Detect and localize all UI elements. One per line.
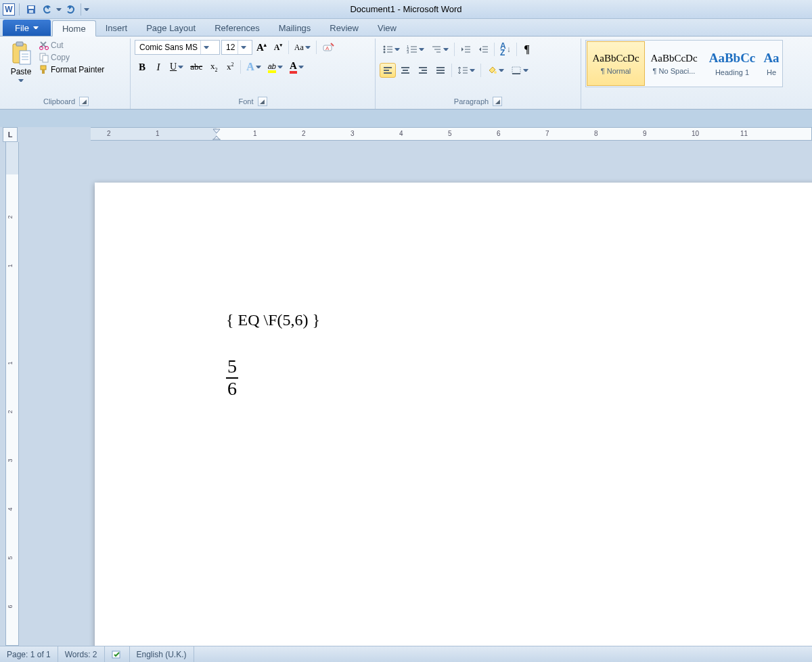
shading-button[interactable] [484,63,507,78]
redo-button[interactable] [63,2,78,17]
borders-button[interactable] [508,63,531,78]
group-styles: AaBbCcDc ¶ Normal AaBbCcDc ¶ No Spaci...… [581,39,810,109]
fraction-result[interactable]: 5 6 [226,356,238,400]
group-clipboard: Paste Cut Copy Format Painter Clipboa [2,39,131,109]
font-name-combo[interactable]: Comic Sans MS [135,40,220,55]
paragraph-launcher[interactable]: ◢ [493,97,502,106]
numbering-button[interactable]: 123 [404,42,427,57]
clear-formatting-button[interactable]: A [319,40,338,55]
tab-file-label: File [15,23,29,33]
paste-icon [10,41,32,66]
save-button[interactable] [24,2,39,17]
text-effects-button[interactable]: A [244,60,264,74]
group-clipboard-label: Clipboard [43,97,75,105]
font-launcher[interactable]: ◢ [258,97,267,106]
show-hide-button[interactable]: ¶ [520,42,535,57]
tab-page-layout[interactable]: Page Layout [137,20,205,36]
horizontal-ruler[interactable]: 2 1 1 2 3 4 5 6 7 8 9 10 11 [91,127,812,141]
line-spacing-button[interactable] [455,63,478,78]
strikethrough-button[interactable]: abc [187,60,205,74]
style-no-spacing[interactable]: AaBbCcDc ¶ No Spaci... [645,41,703,86]
status-proofing[interactable] [105,646,130,662]
align-right-button[interactable] [415,63,431,78]
copy-button[interactable]: Copy [39,52,104,63]
grow-font-button[interactable]: A▴ [254,40,269,55]
superscript-button[interactable]: x2 [223,60,238,74]
align-center-button[interactable] [397,63,413,78]
underline-button[interactable]: U [167,60,186,74]
ribbon: Paste Cut Copy Format Painter Clipboa [0,37,812,110]
page-viewport[interactable]: { EQ \F(5,6) } 5 6 [23,142,812,646]
tab-home[interactable]: Home [52,20,96,37]
justify-button[interactable] [432,63,449,78]
paste-button[interactable]: Paste [6,40,36,85]
document-area: L 2 1 1 2 3 4 5 6 2 1 1 [0,127,812,646]
increase-indent-button[interactable] [475,42,491,57]
tab-selector[interactable]: L [3,127,18,142]
status-language[interactable]: English (U.K.) [130,646,194,662]
multilevel-list-button[interactable] [428,42,451,57]
status-bar: Page: 1 of 1 Words: 2 English (U.K.) [0,646,812,662]
title-bar: W Document1 - Microsoft Word [0,0,812,19]
svg-point-17 [384,46,386,48]
italic-button[interactable]: I [151,60,166,74]
copy-icon [39,52,49,63]
bullets-button[interactable] [380,42,403,57]
svg-point-10 [45,47,49,50]
undo-dropdown[interactable] [56,7,62,12]
align-left-button[interactable] [380,63,396,78]
undo-button[interactable] [40,2,55,17]
font-size-combo[interactable]: 12 [221,40,252,55]
page[interactable]: { EQ \F(5,6) } 5 6 [95,183,812,646]
change-case-button[interactable]: Aa [292,40,313,55]
tab-mailings[interactable]: Mailings [269,20,321,36]
vertical-ruler[interactable]: 2 1 1 2 3 4 5 6 [5,142,19,646]
qat-customize-dropdown[interactable] [84,7,89,12]
format-painter-label: Format Painter [51,65,104,74]
svg-rect-1 [28,6,34,9]
font-color-button[interactable]: A [287,59,307,75]
group-paragraph-label: Paragraph [454,97,489,105]
tab-references[interactable]: References [205,20,269,36]
quick-access-toolbar [24,2,89,17]
app-icon: W [3,3,15,16]
sort-button[interactable]: AZ↓ [497,40,514,59]
svg-point-53 [494,71,497,74]
decrease-indent-button[interactable] [457,42,474,57]
svg-text:3: 3 [407,50,409,54]
group-font-label: Font [238,97,253,105]
svg-marker-56 [213,129,220,133]
status-words[interactable]: Words: 2 [58,646,105,662]
subscript-button[interactable]: x2 [206,60,221,74]
status-page[interactable]: Page: 1 of 1 [0,646,58,662]
svg-rect-12 [43,55,48,62]
copy-label: Copy [51,53,70,62]
proofing-icon [112,650,122,659]
cut-button[interactable]: Cut [39,40,104,51]
field-code-text[interactable]: { EQ \F(5,6) } [226,311,812,329]
paste-label: Paste [11,67,32,76]
ribbon-tabs: File Home Insert Page Layout References … [0,19,812,37]
fraction-denominator: 6 [226,379,238,400]
window-title: Document1 - Microsoft Word [0,4,812,14]
styles-gallery[interactable]: AaBbCcDc ¶ Normal AaBbCcDc ¶ No Spaci...… [585,40,783,87]
format-painter-button[interactable]: Format Painter [39,64,104,75]
eraser-icon: A [322,41,336,53]
highlight-button[interactable]: ab [265,60,286,74]
font-size-value: 12 [226,43,235,52]
tab-view[interactable]: View [368,20,406,36]
shrink-font-button[interactable]: A▾ [271,40,286,55]
style-heading-1[interactable]: AaBbCc Heading 1 [703,41,761,86]
bucket-icon [487,65,497,76]
style-normal[interactable]: AaBbCcDc ¶ Normal [587,41,645,86]
tab-insert[interactable]: Insert [96,20,137,36]
tab-review[interactable]: Review [320,20,368,36]
svg-rect-13 [41,66,46,70]
style-heading-2[interactable]: Aa He [761,41,782,86]
indent-markers[interactable] [212,128,221,141]
cut-label: Cut [51,41,64,50]
bold-button[interactable]: B [135,60,150,74]
group-paragraph: 123 AZ↓ ¶ Pa [376,39,581,109]
tab-file[interactable]: File [3,20,51,36]
clipboard-launcher[interactable]: ◢ [79,97,89,106]
